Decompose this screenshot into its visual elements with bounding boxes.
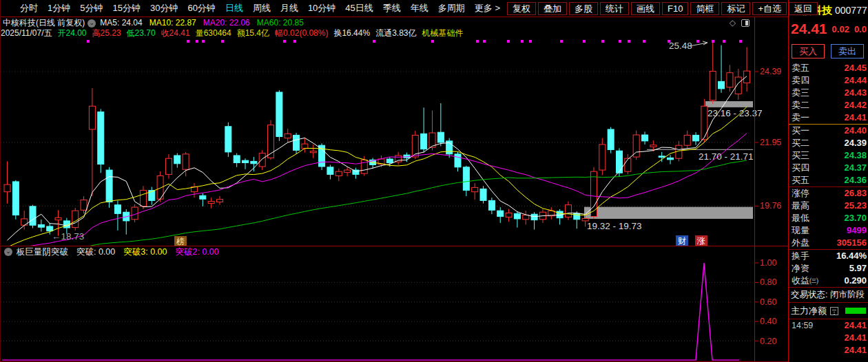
svg-text:24.39: 24.39 (760, 67, 781, 76)
period-tab-13[interactable]: 多周期 (433, 2, 470, 14)
tool-button-2[interactable]: 多股 (569, 2, 598, 15)
tool-button-8[interactable]: +自选 (752, 2, 787, 15)
period-tab-10[interactable]: 45日线 (340, 2, 378, 14)
tool-button-6[interactable]: 简框 (690, 2, 719, 15)
bid-row[interactable]: 买二24.39 (789, 137, 868, 149)
tool-button-0[interactable]: 复权 (507, 2, 536, 15)
indicator-token: 突破: 0.00 (76, 247, 115, 257)
tick-row: 24.41 (789, 344, 868, 356)
ask-levels: 卖五24.45卖四24.44卖三24.43卖二24.42卖一24.41 (789, 62, 868, 124)
main-flow-row: 主力净额 (789, 303, 868, 319)
main-chart[interactable]: 24.3921.9519.7623.16 - 23.3719.32 - 19.7… (1, 39, 788, 246)
ma-value: MA5: 24.04 (100, 18, 142, 28)
main-flow-label: 主力净额 (791, 305, 827, 317)
stat-row[interactable]: 涨停26.83 (789, 187, 868, 200)
main-chart-canvas[interactable]: 24.3921.9519.7623.16 - 23.3719.32 - 19.7… (1, 39, 789, 246)
svg-text:19.32 - 19.73: 19.32 - 19.73 (587, 221, 642, 231)
stats-rows: 涨停26.83最高25.23最低23.70现量9499外盘305156 (789, 187, 868, 249)
period-tab-7[interactable]: 周线 (248, 2, 276, 14)
stat-row[interactable]: 收益㈢0.290 (789, 275, 868, 287)
tool-button-1[interactable]: 叠加 (538, 2, 567, 15)
ohlc-token: 量630464 (196, 28, 231, 39)
stat-row[interactable]: 最高25.23 (789, 200, 868, 212)
ask-row[interactable]: 卖五24.45 (789, 62, 868, 74)
price-change-pct: 0.0 (854, 24, 867, 34)
indicator-pane[interactable]: 1.000.800.600.400.20 (1, 257, 788, 362)
svg-text:21.95: 21.95 (760, 138, 781, 147)
bid-row[interactable]: 买四24.37 (789, 162, 868, 174)
svg-text:财: 财 (678, 236, 686, 246)
svg-text:25.48: 25.48 (669, 41, 692, 51)
last-price: 24.41 (791, 21, 827, 37)
app-window: 分时1分钟5分钟15分钟30分钟60分钟日线周线月线10分钟45日线季线年线多周… (0, 0, 868, 362)
indicator-token: 突破3: 0.00 (123, 247, 167, 257)
period-tab-6[interactable]: 日线 (220, 2, 248, 14)
ask-row[interactable]: 卖三24.43 (789, 87, 868, 99)
period-tab-5[interactable]: 60分钟 (183, 2, 220, 14)
period-tab-3[interactable]: 15分钟 (107, 2, 145, 14)
period-tab-14[interactable]: 更多 > (470, 2, 505, 14)
ohlc-token: 换16.44% (333, 28, 370, 39)
stat-row[interactable]: 外盘305156 (789, 237, 868, 249)
ask-row[interactable]: 卖四24.44 (789, 74, 868, 87)
ma-value: MA10: 22.87 (149, 18, 196, 28)
svg-text:榜: 榜 (176, 237, 185, 246)
tool-button-7[interactable]: 标记 (721, 2, 750, 15)
price-row: 24.41 0.02 0.0 (789, 18, 868, 40)
ask-row[interactable]: 卖二24.42 (789, 99, 868, 111)
ohlc-token: 高25.23 (92, 28, 121, 39)
ohlc-token: 低23.70 (127, 28, 156, 39)
period-tab-2[interactable]: 5分钟 (75, 2, 107, 14)
svg-text:0.60: 0.60 (760, 297, 776, 307)
chevron-down-icon[interactable]: ⌄ (4, 248, 12, 256)
period-tab-11[interactable]: 季线 (378, 2, 406, 14)
stat-row[interactable]: 净资5.97 (789, 262, 868, 275)
period-tab-12[interactable]: 年线 (406, 2, 433, 14)
ma-values: MA5: 24.04MA10: 22.87MA20: 22.06MA60: 20… (100, 18, 311, 28)
ask-row[interactable]: 卖一24.41 (789, 111, 868, 124)
price-change: 0.02 (832, 24, 849, 34)
ohlc-info-row: 2025/11/07/五开24.00高25.23低23.70收24.41量630… (1, 28, 788, 39)
period-tab-9[interactable]: 10分钟 (303, 2, 340, 14)
ohlc-token: 机械基础件 (422, 28, 463, 39)
tool-button-4[interactable]: 画线 (631, 2, 660, 15)
period-tab-4[interactable]: 30分钟 (145, 2, 183, 14)
sell-button[interactable]: 卖出 (831, 44, 864, 58)
stat-row[interactable]: 换手16.44% (789, 250, 868, 262)
bid-levels: 买一24.40买二24.39买三24.38买四24.37买五24.36 (789, 125, 868, 187)
bid-row[interactable]: 买三24.38 (789, 149, 868, 162)
tool-button-9[interactable]: 返回 (789, 2, 818, 15)
tool-button-5[interactable]: F10 (662, 2, 688, 15)
svg-text:19.76: 19.76 (760, 201, 781, 211)
period-tab-0[interactable]: 分时 (15, 2, 43, 14)
ma-value: MA60: 20.85 (257, 18, 304, 28)
tool-button-3[interactable]: 统计 (600, 2, 629, 15)
list-icon[interactable] (830, 307, 838, 315)
split-pane-icon[interactable] (741, 19, 750, 27)
chart-corner-controls: ◇ (730, 18, 750, 28)
chart-title: 中核科技(日线 前复权) (3, 18, 85, 28)
buy-button[interactable]: 买入 (792, 44, 825, 58)
stat-row[interactable]: 现量9499 (789, 224, 868, 237)
trade-status: 交易状态: 闭市阶段 (789, 288, 868, 302)
ohlc-token: 收24.41 (161, 28, 190, 39)
period-tab-1[interactable]: 1分钟 (43, 2, 75, 14)
bid-row[interactable]: 买一24.40 (789, 125, 868, 137)
indicator-token: 突破2: 0.00 (176, 247, 219, 257)
indicator-canvas[interactable]: 1.000.800.600.400.20 (1, 257, 789, 362)
bid-row[interactable]: 买五24.36 (789, 174, 868, 187)
svg-text:0.20: 0.20 (760, 337, 776, 346)
period-tab-8[interactable]: 月线 (276, 2, 303, 14)
ohlc-token: 幅0.02(0.08%) (275, 28, 328, 39)
quote-panel: 中核科技 000777 24.41 0.02 0.0 买入 卖出 卖五24.45… (788, 0, 868, 362)
topbar: 分时1分钟5分钟15分钟30分钟60分钟日线周线月线10分钟45日线季线年线多周… (1, 0, 788, 17)
stats2-rows: 换手16.44%净资5.97收益㈢0.290 (789, 250, 868, 287)
ma-value: MA20: 22.06 (203, 18, 250, 28)
ohlc-token: 2025/11/07/五 (1, 28, 52, 39)
chevron-down-icon[interactable]: ⌄ (87, 19, 96, 28)
stock-code: 000777 (835, 5, 867, 16)
diamond-icon[interactable]: ◇ (730, 18, 736, 28)
svg-text:0.80: 0.80 (760, 277, 776, 287)
stat-row[interactable]: 最低23.70 (789, 212, 868, 224)
svg-text:涨: 涨 (696, 236, 705, 246)
